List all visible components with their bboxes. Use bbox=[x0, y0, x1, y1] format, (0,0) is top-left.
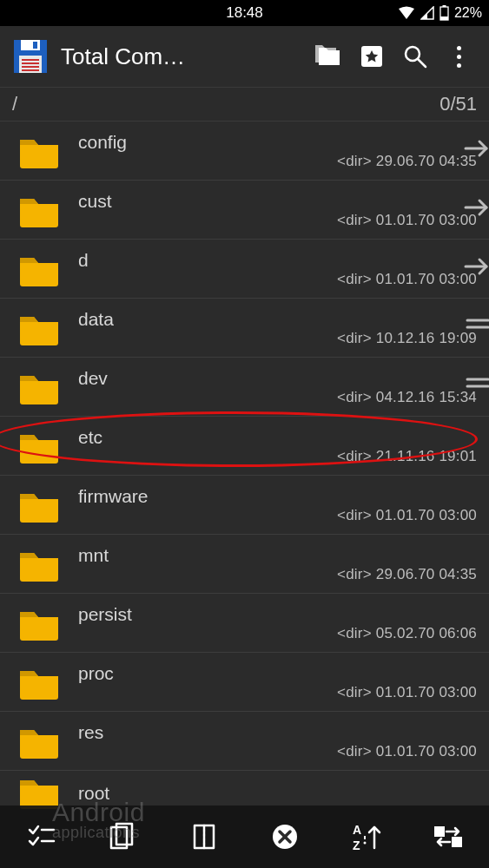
file-meta: <dir> 29.06.70 04:35 bbox=[337, 153, 477, 170]
sort-button[interactable]: A Z bbox=[342, 812, 391, 861]
file-name: res bbox=[78, 722, 477, 743]
file-meta: <dir> 01.01.70 03:00 bbox=[337, 212, 477, 229]
file-row-res[interactable]: res<dir> 01.01.70 03:00 bbox=[0, 712, 489, 771]
signal-icon bbox=[420, 6, 434, 20]
file-meta: <dir> 01.01.70 03:00 bbox=[337, 507, 477, 524]
svg-point-30 bbox=[202, 843, 204, 845]
path-counter: 0/51 bbox=[439, 93, 477, 115]
search-action-icon[interactable] bbox=[393, 35, 437, 78]
folder-icon bbox=[0, 299, 78, 357]
file-row-firmware[interactable]: firmware<dir> 01.01.70 03:00 bbox=[0, 476, 489, 535]
file-name: persist bbox=[78, 604, 477, 625]
folder-icon bbox=[0, 122, 78, 180]
folder-icon bbox=[0, 712, 78, 770]
bottom-toolbar: A Z bbox=[0, 806, 489, 868]
file-name: dev bbox=[78, 368, 477, 389]
file-row-mnt[interactable]: mnt<dir> 29.06.70 04:35 bbox=[0, 535, 489, 594]
folder-action-icon[interactable] bbox=[307, 35, 350, 78]
folder-icon bbox=[0, 653, 78, 711]
svg-rect-5 bbox=[33, 42, 37, 49]
equals-icon bbox=[466, 375, 489, 394]
file-name: mnt bbox=[78, 545, 477, 566]
folder-icon bbox=[0, 181, 78, 239]
svg-rect-1 bbox=[442, 5, 446, 7]
copy-button[interactable] bbox=[98, 812, 147, 861]
svg-rect-40 bbox=[452, 837, 462, 847]
wifi-icon bbox=[398, 6, 415, 20]
battery-icon bbox=[439, 5, 449, 21]
file-meta: <dir> 21.11.16 19:01 bbox=[337, 448, 477, 465]
arrow-right-icon bbox=[464, 139, 489, 161]
app-title: Total Com… bbox=[61, 43, 185, 70]
file-meta: <dir> 10.12.16 19:09 bbox=[337, 330, 477, 347]
swap-panels-button[interactable] bbox=[424, 812, 472, 861]
file-row-data[interactable]: data<dir> 10.12.16 19:09 bbox=[0, 299, 489, 358]
folder-icon bbox=[0, 417, 78, 475]
file-name: d bbox=[78, 250, 477, 271]
more-action-icon[interactable] bbox=[437, 35, 480, 78]
file-meta: <dir> 01.01.70 03:00 bbox=[337, 743, 477, 760]
folder-icon bbox=[0, 476, 78, 534]
status-time: 18:48 bbox=[226, 4, 263, 22]
file-row-d[interactable]: d<dir> 01.01.70 03:00 bbox=[0, 240, 489, 299]
file-meta: <dir> 05.02.70 06:06 bbox=[337, 625, 477, 642]
file-name: proc bbox=[78, 663, 477, 684]
file-meta: <dir> 01.01.70 03:00 bbox=[337, 684, 477, 701]
file-meta: <dir> 04.12.16 15:34 bbox=[337, 389, 477, 406]
svg-point-28 bbox=[202, 834, 204, 836]
file-row-persist[interactable]: persist<dir> 05.02.70 06:06 bbox=[0, 594, 489, 653]
favorites-action-icon[interactable] bbox=[350, 35, 393, 78]
select-button[interactable] bbox=[17, 812, 65, 861]
svg-point-27 bbox=[202, 830, 204, 832]
svg-line-13 bbox=[418, 59, 426, 67]
file-name: firmware bbox=[78, 486, 477, 507]
file-meta: <dir> 01.01.70 03:00 bbox=[337, 271, 477, 288]
file-name: root bbox=[78, 783, 109, 804]
folder-icon bbox=[0, 594, 78, 652]
svg-point-29 bbox=[202, 838, 204, 840]
svg-point-37 bbox=[364, 842, 367, 845]
file-name: etc bbox=[78, 427, 477, 448]
file-row-dev[interactable]: dev<dir> 04.12.16 15:34 bbox=[0, 358, 489, 417]
arrow-right-icon bbox=[464, 257, 489, 279]
path-bar[interactable]: / 0/51 bbox=[0, 87, 489, 122]
path-current: / bbox=[12, 93, 17, 115]
arrow-right-icon bbox=[464, 198, 489, 220]
file-name: data bbox=[78, 309, 477, 330]
file-name: config bbox=[78, 132, 477, 153]
file-list: config<dir> 29.06.70 04:35 cust<dir> 01.… bbox=[0, 122, 489, 812]
battery-percent: 22% bbox=[454, 5, 482, 21]
file-row-config[interactable]: config<dir> 29.06.70 04:35 bbox=[0, 122, 489, 181]
svg-rect-39 bbox=[434, 826, 445, 837]
folder-icon bbox=[0, 240, 78, 298]
file-meta: <dir> 29.06.70 04:35 bbox=[337, 566, 477, 583]
pack-button[interactable] bbox=[180, 812, 228, 861]
folder-icon bbox=[0, 535, 78, 593]
app-bar: Total Com… bbox=[0, 26, 489, 87]
file-row-etc[interactable]: etc<dir> 21.11.16 19:01 bbox=[0, 417, 489, 476]
app-icon-floppy[interactable] bbox=[12, 38, 49, 75]
delete-button[interactable] bbox=[261, 812, 309, 861]
file-name: cust bbox=[78, 191, 477, 212]
svg-text:Z: Z bbox=[353, 838, 360, 852]
status-bar: 18:48 22% bbox=[0, 0, 489, 26]
file-row-cust[interactable]: cust<dir> 01.01.70 03:00 bbox=[0, 181, 489, 240]
svg-rect-2 bbox=[440, 16, 448, 20]
equals-icon bbox=[466, 316, 489, 335]
file-row-proc[interactable]: proc<dir> 01.01.70 03:00 bbox=[0, 653, 489, 712]
folder-icon bbox=[0, 358, 78, 416]
svg-text:A: A bbox=[353, 823, 361, 837]
